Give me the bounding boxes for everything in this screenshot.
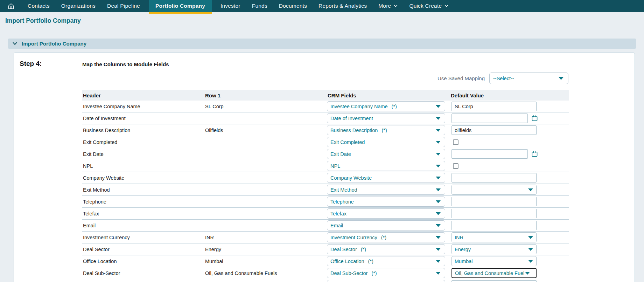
- default-value-cell: [450, 209, 569, 218]
- crm-field-label: Telefax: [330, 211, 346, 216]
- default-value-input[interactable]: [451, 209, 537, 218]
- crm-field-cell: Exit Date: [327, 149, 450, 159]
- default-value-input[interactable]: [451, 197, 537, 206]
- crm-field-cell: Email: [327, 220, 450, 231]
- default-value-checkbox[interactable]: [453, 163, 458, 169]
- crm-field-dropdown[interactable]: Investment Currency(*): [327, 232, 445, 242]
- default-value-cell: [450, 163, 569, 169]
- default-value-select[interactable]: Mumbai: [451, 256, 537, 266]
- crm-field-cell: Investment Currency(*): [327, 232, 450, 242]
- crm-field-dropdown[interactable]: Investee Company Name(*): [327, 101, 445, 111]
- crm-field-dropdown[interactable]: Exit Method: [327, 185, 445, 195]
- required-marker: (*): [392, 104, 397, 109]
- home-icon: [7, 2, 15, 10]
- table-row: Exit MethodExit Method: [82, 184, 569, 196]
- crm-field-dropdown[interactable]: Deal Sub-Sector(*): [327, 268, 445, 278]
- nav-item-more[interactable]: More: [378, 0, 398, 12]
- nav-item-reports-analytics[interactable]: Reports & Analytics: [318, 0, 367, 12]
- default-value-input[interactable]: [451, 280, 537, 282]
- crm-field-label: Office Location: [330, 259, 364, 264]
- default-value-date-input[interactable]: [451, 149, 528, 159]
- default-value-cell: [450, 221, 569, 230]
- dropdown-arrow-icon: [436, 236, 441, 239]
- crm-field-dropdown[interactable]: Exit Date: [327, 149, 445, 159]
- crm-field-dropdown[interactable]: Business Description(*): [327, 125, 445, 135]
- table-body: Investee Company NameSL CorpInvestee Com…: [82, 101, 569, 282]
- default-value-cell: [450, 173, 569, 183]
- crm-field-dropdown[interactable]: NPL: [327, 161, 445, 171]
- crm-field-dropdown[interactable]: Office Location(*): [327, 256, 445, 266]
- dropdown-arrow-icon: [436, 153, 441, 156]
- crm-field-label: Email: [330, 223, 343, 228]
- dropdown-arrow-icon: [559, 77, 564, 80]
- default-value-select[interactable]: Energy: [451, 244, 537, 254]
- nav-item-label: Funds: [252, 3, 267, 9]
- step-instruction: Map the Columns to Module Fields: [82, 60, 169, 67]
- crm-field-dropdown[interactable]: Investee Company Legal Name: [327, 280, 445, 282]
- dropdown-arrow-icon: [436, 117, 441, 120]
- default-value-select[interactable]: [451, 185, 537, 195]
- saved-mapping-select[interactable]: --Select--: [489, 73, 568, 84]
- default-value-select[interactable]: INR: [451, 232, 537, 242]
- nav-item-organizations[interactable]: Organizations: [61, 0, 96, 12]
- nav-item-documents[interactable]: Documents: [279, 0, 307, 12]
- crm-field-cell: NPL: [327, 161, 450, 171]
- crm-field-label: Investment Currency: [330, 235, 377, 240]
- crm-field-cell: Exit Completed: [327, 137, 450, 147]
- nav-item-funds[interactable]: Funds: [252, 0, 267, 12]
- nav-item-label: Documents: [279, 3, 307, 9]
- crm-field-cell: Deal Sector(*): [327, 244, 450, 254]
- nav-item-label: Deal Pipeline: [107, 3, 140, 9]
- default-value-select-text: Mumbai: [455, 259, 473, 264]
- nav-item-quick-create[interactable]: Quick Create: [409, 0, 448, 12]
- crm-field-label: Date of Investment: [330, 116, 373, 121]
- dropdown-arrow-icon: [436, 212, 441, 215]
- column-header-default-value: Default Value: [450, 92, 569, 98]
- required-marker: (*): [371, 270, 377, 276]
- calendar-icon[interactable]: [531, 115, 538, 122]
- dropdown-arrow-icon: [525, 272, 530, 275]
- crm-field-dropdown[interactable]: Exit Completed: [327, 137, 445, 147]
- required-marker: (*): [361, 247, 366, 252]
- header-cell: Investee Company Name: [82, 104, 204, 109]
- crm-field-dropdown[interactable]: Date of Investment: [327, 113, 445, 123]
- calendar-icon[interactable]: [531, 151, 538, 157]
- crm-field-dropdown[interactable]: Company Website: [327, 173, 445, 183]
- dropdown-arrow-icon: [436, 141, 441, 144]
- accordion-section-header[interactable]: Import Portfolio Company: [8, 39, 636, 49]
- column-header-row1: Row 1: [204, 92, 327, 98]
- default-value-input[interactable]: [451, 102, 537, 111]
- crm-field-cell: Office Location(*): [327, 256, 450, 266]
- table-row: Office LocationMumbaiOffice Location(*)M…: [82, 255, 569, 267]
- default-value-cell: [450, 197, 569, 206]
- default-value-select-text: INR: [455, 235, 463, 240]
- table-row: Exit CompletedExit Completed: [82, 136, 569, 148]
- accordion-title: Import Portfolio Company: [22, 41, 86, 47]
- nav-item-contacts[interactable]: Contacts: [28, 0, 50, 12]
- home-button[interactable]: [6, 0, 16, 12]
- nav-item-investor[interactable]: Investor: [220, 0, 240, 12]
- header-cell: Telephone: [82, 199, 204, 205]
- column-mapping-table: Header Row 1 CRM Fields Default Value In…: [82, 90, 569, 282]
- default-value-select-focused[interactable]: Oil, Gas and Consumable Fuel: [451, 268, 537, 278]
- dropdown-arrow-icon: [528, 248, 533, 251]
- default-value-select-text: Energy: [455, 247, 471, 252]
- default-value-select-text: Oil, Gas and Consumable Fuel: [455, 270, 524, 276]
- default-value-input[interactable]: [451, 221, 537, 230]
- crm-field-dropdown[interactable]: Deal Sector(*): [327, 244, 445, 254]
- crm-field-dropdown[interactable]: Telephone: [327, 197, 445, 207]
- default-value-input[interactable]: [451, 125, 537, 135]
- row1-cell: Mumbai: [204, 259, 327, 264]
- crm-field-cell: Investee Company Name(*): [327, 101, 450, 111]
- crm-field-cell: Telephone: [327, 197, 450, 207]
- nav-item-portfolio-company[interactable]: Portfolio Company: [149, 0, 212, 12]
- crm-field-dropdown[interactable]: Email: [327, 220, 445, 231]
- crm-field-label: Deal Sub-Sector: [330, 270, 368, 276]
- row1-cell: Energy: [204, 247, 327, 252]
- nav-item-deal-pipeline[interactable]: Deal Pipeline: [107, 0, 140, 12]
- default-value-date-input[interactable]: [451, 114, 528, 123]
- default-value-input[interactable]: [451, 173, 537, 183]
- default-value-checkbox[interactable]: [453, 139, 458, 145]
- crm-field-dropdown[interactable]: Telefax: [327, 208, 445, 219]
- row1-cell: SL Corp: [204, 104, 327, 109]
